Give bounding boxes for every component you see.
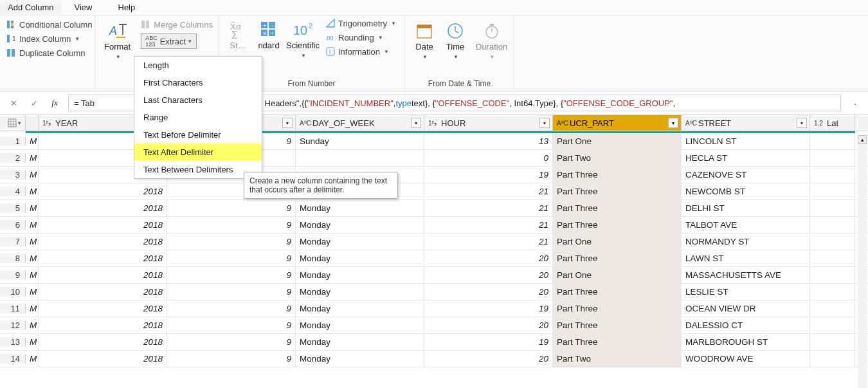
cell[interactable]: NEWCOMB ST	[682, 183, 810, 199]
formula-expand-button[interactable]: ⌄	[847, 96, 862, 110]
cell[interactable]: 9	[167, 317, 296, 333]
cell[interactable]: M	[26, 250, 39, 266]
cell[interactable]	[810, 267, 855, 283]
formula-cancel-button[interactable]: ✕	[6, 96, 21, 110]
vertical-scrollbar[interactable]: ▴	[858, 135, 867, 388]
conditional-column-button[interactable]: Conditional Column	[4, 18, 95, 31]
rounding-button[interactable]: .00 Rounding ▼	[323, 31, 399, 44]
cell[interactable]	[810, 133, 855, 149]
cell[interactable]: Part Three	[553, 300, 682, 317]
extract-between-delim[interactable]: Text Between Delimiters	[134, 161, 262, 178]
cell[interactable]	[296, 150, 424, 166]
cell[interactable]: DELHI ST	[682, 200, 810, 216]
duplicate-column-button[interactable]: Duplicate Column	[4, 46, 95, 59]
extract-after-delim[interactable]: Text After Delimiter	[134, 143, 262, 161]
table-row[interactable]: 11M20189Monday19Part ThreeOCEAN VIEW DR	[0, 300, 868, 317]
cell[interactable]: 9	[167, 200, 296, 216]
tab-add-column[interactable]: Add Column	[0, 1, 62, 14]
filter-icon[interactable]: ▾	[539, 118, 550, 128]
filter-icon[interactable]: ▾	[668, 118, 678, 128]
format-button[interactable]: A Format▼	[99, 18, 136, 61]
cell[interactable]: 2018	[39, 217, 167, 233]
col-header-blank[interactable]	[26, 115, 39, 131]
cell[interactable]: M	[26, 150, 39, 166]
cell[interactable]: LINCOLN ST	[682, 133, 810, 149]
cell[interactable]: 21	[424, 234, 553, 250]
extract-button[interactable]: ABC123 Extract ▼	[138, 32, 215, 50]
filter-icon[interactable]: ▾	[282, 118, 293, 128]
cell[interactable]: Monday	[296, 351, 424, 367]
extract-first-chars[interactable]: First Characters	[134, 74, 262, 91]
cell[interactable]: 0	[424, 150, 553, 166]
cell[interactable]: 9	[167, 250, 296, 266]
cell[interactable]: Part Two	[553, 351, 682, 367]
cell[interactable]: 20	[424, 267, 553, 283]
col-header-ucr[interactable]: AᴮC UCR_PART ▾	[553, 115, 682, 131]
extract-length[interactable]: Length	[134, 57, 262, 74]
cell[interactable]: 9	[167, 334, 296, 350]
cell[interactable]: 9	[167, 284, 296, 300]
cell[interactable]: 21	[424, 200, 553, 216]
cell[interactable]: 2018	[39, 334, 167, 350]
table-row[interactable]: 14M20189Monday20Part TwoWOODROW AVE	[0, 351, 868, 367]
scroll-track[interactable]	[858, 144, 867, 388]
cell[interactable]: 20	[424, 250, 553, 266]
cell[interactable]: Part Three	[553, 183, 682, 199]
cell[interactable]: 13	[424, 133, 553, 149]
cell[interactable]	[810, 351, 855, 367]
cell[interactable]: 2018	[39, 317, 167, 333]
cell[interactable]: 19	[424, 300, 553, 317]
extract-last-chars[interactable]: Last Characters	[134, 91, 262, 109]
cell[interactable]: M	[26, 284, 39, 300]
table-row[interactable]: 2M0Part TwoHECLA ST	[0, 150, 868, 167]
cell[interactable]: M	[26, 133, 39, 149]
cell[interactable]	[810, 334, 855, 350]
cell[interactable]: 9	[167, 351, 296, 367]
table-row[interactable]: 9M20189Monday20Part OneMASSACHUSETTS AVE	[0, 267, 868, 284]
cell[interactable]: DALESSIO CT	[682, 317, 810, 333]
cell[interactable]: 2018	[39, 234, 167, 250]
cell[interactable]: 9	[167, 234, 296, 250]
extract-range[interactable]: Range	[134, 109, 262, 126]
formula-commit-button[interactable]: ✓	[27, 96, 41, 110]
cell[interactable]: LAWN ST	[682, 250, 810, 266]
cell[interactable]: M	[26, 300, 39, 317]
duration-button[interactable]: Duration▼	[471, 18, 512, 61]
cell[interactable]: OCEAN VIEW DR	[682, 300, 810, 317]
table-row[interactable]: 4M20189Monday21Part ThreeNEWCOMB ST	[0, 183, 868, 200]
cell[interactable]: 9	[167, 300, 296, 317]
statistics-button[interactable]: X̄σΣ St…	[222, 17, 253, 50]
cell[interactable]	[810, 284, 855, 300]
cell[interactable]: Part Three	[553, 250, 682, 266]
tab-view[interactable]: View	[62, 1, 105, 14]
cell[interactable]	[810, 250, 855, 266]
cell[interactable]	[810, 200, 855, 216]
cell[interactable]	[810, 234, 855, 250]
cell[interactable]: Monday	[296, 250, 424, 266]
table-row[interactable]: 10M20189Monday20Part ThreeLESLIE ST	[0, 284, 868, 300]
cell[interactable]: M	[26, 317, 39, 333]
cell[interactable]: Part One	[553, 234, 682, 250]
cell[interactable]: 20	[424, 351, 553, 367]
col-header-lat[interactable]: 1.2 Lat	[810, 115, 855, 131]
cell[interactable]: 2018	[39, 300, 167, 317]
cell[interactable]: Monday	[296, 200, 424, 216]
extract-before-delim[interactable]: Text Before Delimiter	[134, 126, 262, 143]
cell[interactable]: Part Two	[553, 150, 682, 166]
cell[interactable]: WOODROW AVE	[682, 351, 810, 367]
cell[interactable]: MARLBOROUGH ST	[682, 334, 810, 350]
cell[interactable]: 19	[424, 167, 553, 183]
cell[interactable]	[810, 300, 855, 317]
cell[interactable]: Monday	[296, 317, 424, 333]
scroll-up-button[interactable]: ▴	[858, 135, 867, 144]
cell[interactable]: CAZENOVE ST	[682, 167, 810, 183]
cell[interactable]	[810, 167, 855, 183]
row-header-corner[interactable]: ▾	[0, 115, 26, 131]
cell[interactable]	[810, 317, 855, 333]
cell[interactable]: 21	[424, 217, 553, 233]
cell[interactable]: Part Three	[553, 317, 682, 333]
information-button[interactable]: i Information ▼	[323, 45, 399, 58]
index-column-button[interactable]: 1 Index Column ▼	[4, 32, 95, 45]
cell[interactable]: M	[26, 167, 39, 183]
table-row[interactable]: 3M201819Part ThreeCAZENOVE ST	[0, 167, 868, 183]
